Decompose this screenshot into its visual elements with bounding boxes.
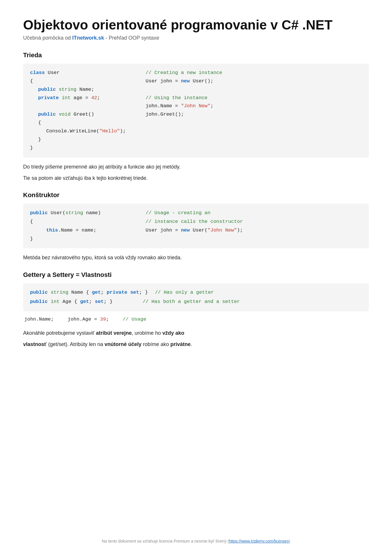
- page-title: Objektovo orientované programovanie v C#…: [23, 17, 369, 33]
- prop-age-decl: public int Age { get; set; }: [30, 297, 113, 306]
- code-line-brace-greet-close: }: [30, 136, 128, 144]
- footer-link[interactable]: https://www.ictdemy.com/licenses: [229, 539, 289, 543]
- ctor-brace-open: {: [30, 217, 128, 226]
- comment-has-both: // Has both a getter and a setter: [143, 297, 240, 306]
- code-line-class: class User: [30, 69, 128, 77]
- section-konstruktor-title: Konštruktor: [23, 191, 369, 199]
- desc2-mid2: robíme ako: [142, 341, 170, 347]
- konstruktor-code-right: // Usage - creating an // instance calls…: [146, 209, 243, 243]
- code-line-console: Console.WriteLine("Hello");: [30, 127, 128, 136]
- desc2-bold3: privátne: [170, 341, 191, 347]
- trieda-desc2: Tie sa potom ale vzťahujú iba k tejto ko…: [23, 174, 369, 182]
- desc2-end: .: [191, 341, 192, 347]
- code-blank2: [146, 86, 232, 94]
- ctor-brace-close: }: [30, 235, 128, 243]
- desc1-pre: Akonáhle potrebujeme vystaviť: [23, 330, 96, 336]
- page-subtitle: Učebná pomôcka od ITnetwork.sk - Prehľad…: [23, 35, 369, 41]
- konstruktor-code-left: public User(string name) { this.Name = n…: [30, 209, 128, 243]
- properties-code-block: public string Name { get; private set; }…: [23, 283, 369, 311]
- subtitle-pre: Učebná pomôcka od: [23, 35, 72, 41]
- footer-text: Na tento dokument sa vzťahuje licencia P…: [102, 539, 229, 543]
- code-line-brace-greet-open: {: [30, 119, 128, 127]
- desc2-bold2: vnútorné účely: [105, 341, 142, 347]
- trieda-code-block: class User { public string Name; private…: [23, 64, 369, 158]
- desc1-bold2: vždy ako: [162, 330, 184, 336]
- section-properties: Gettery a Settery = Vlastnosti public st…: [23, 271, 369, 348]
- code-user-john-new: User john = new User("John New");: [146, 226, 243, 235]
- title-vlastnosti: Vlastnosti: [81, 271, 112, 278]
- property-row-name: public string Name { get; private set; }…: [30, 288, 362, 297]
- property-row-age: public int Age { get; set; } // Has both…: [30, 297, 362, 306]
- code-new-instance: User john = new User();: [146, 77, 232, 86]
- konstruktor-desc: Metóda bez návratového typu, ktorá sa vo…: [23, 254, 369, 262]
- section-properties-title: Gettery a Settery = Vlastnosti: [23, 271, 369, 279]
- trieda-desc1: Do triedy píšeme premenné ako jej atribú…: [23, 163, 369, 171]
- desc1-bold1: atribút verejne: [96, 330, 132, 336]
- code-line-brace-class-close: }: [30, 144, 128, 152]
- section-trieda: Trieda class User { public string Name; …: [23, 51, 369, 182]
- code-john-greet: john.Greet();: [146, 110, 232, 119]
- trieda-code-left: class User { public string Name; private…: [30, 69, 128, 152]
- code-line-greet: public void Greet(): [30, 110, 128, 119]
- ctor-this: this.Name = name;: [30, 226, 128, 235]
- comment-usage-creating: // Usage - creating an: [146, 209, 243, 217]
- desc2-mid1: (get/set). Atribúty len na: [47, 341, 105, 347]
- title-gettery: Gettery: [23, 271, 45, 278]
- section-konstruktor: Konštruktor public User(string name) { t…: [23, 191, 369, 262]
- footer: Na tento dokument sa vzťahuje licencia P…: [0, 539, 392, 543]
- code-line-blank1: [30, 102, 128, 110]
- code-line-age: private int age = 42;: [30, 94, 128, 102]
- prop-name-decl: public string Name { get; private set; }: [30, 288, 148, 297]
- trieda-code-right: // Creating a new instance User john = n…: [146, 69, 232, 152]
- konstruktor-code-block: public User(string name) { this.Name = n…: [23, 204, 369, 248]
- code-line-brace-open: {: [30, 77, 128, 86]
- subtitle-post: - Prehľad OOP syntaxe: [104, 35, 159, 41]
- usage-row: john.Name; john.Age = 39; // Usage: [24, 317, 368, 322]
- comment-instance-calls: // instance calls the constructor: [146, 217, 243, 226]
- title-a: a: [45, 271, 52, 278]
- properties-desc2: vlastnosť (get/set). Atribúty len na vnú…: [23, 340, 369, 349]
- usage-block: john.Name; john.Age = 39; // Usage: [23, 317, 369, 322]
- comment-has-getter: // Has only a getter: [155, 288, 214, 297]
- properties-desc: Akonáhle potrebujeme vystaviť atribút ve…: [23, 329, 369, 337]
- section-trieda-title: Trieda: [23, 51, 369, 59]
- title-eq: =: [74, 271, 81, 278]
- desc2-bold1: vlastnosť: [23, 341, 47, 347]
- comment-using: // Using the instance: [146, 94, 232, 102]
- code-line-name: public string Name;: [30, 86, 128, 94]
- title-settery: Settery: [53, 271, 74, 278]
- code-john-name: john.Name = "John New";: [146, 102, 232, 110]
- comment-creating: // Creating a new instance: [146, 69, 232, 77]
- usage-john-age: john.Age = 39;: [68, 317, 109, 322]
- desc1-mid: , urobíme ho: [132, 330, 162, 336]
- subtitle-brand: ITnetwork.sk: [72, 35, 104, 41]
- usage-john-name: john.Name;: [24, 317, 54, 322]
- comment-usage: // Usage: [123, 317, 146, 322]
- footer-end: ): [289, 539, 290, 543]
- ctor-signature: public User(string name): [30, 209, 128, 217]
